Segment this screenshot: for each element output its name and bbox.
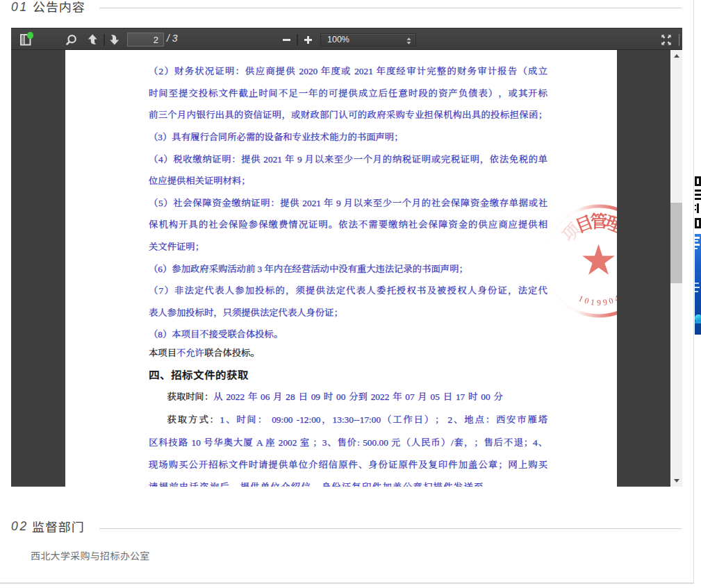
svg-text:9: 9: [602, 297, 608, 308]
svg-text:1: 1: [590, 297, 595, 308]
svg-text:9: 9: [597, 298, 601, 308]
svg-text:0: 0: [584, 296, 591, 306]
